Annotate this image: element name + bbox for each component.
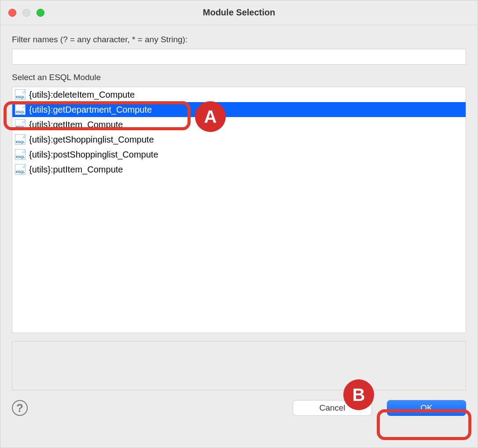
cancel-button[interactable]: Cancel: [293, 400, 372, 416]
module-list-item[interactable]: {utils}:getItem_Compute: [12, 117, 466, 132]
traffic-lights: [8, 9, 44, 17]
filter-input[interactable]: [12, 49, 466, 65]
module-item-label: {utils}:getShoppinglist_Compute: [29, 135, 154, 145]
module-list-item[interactable]: {utils}:postShoppinglist_Compute: [12, 147, 466, 162]
module-list-item[interactable]: {utils}:putItem_Compute: [12, 162, 466, 177]
module-item-label: {utils}:postShoppinglist_Compute: [29, 150, 158, 160]
minimize-window-button: [22, 9, 30, 17]
ok-button[interactable]: OK: [387, 400, 466, 416]
module-item-label: {utils}:putItem_Compute: [29, 165, 123, 175]
module-item-label: {utils}:deleteItem_Compute: [29, 90, 135, 100]
esql-file-icon: [15, 119, 26, 130]
esql-file-icon: [15, 164, 26, 175]
module-list-item[interactable]: {utils}:getShoppinglist_Compute: [12, 132, 466, 147]
button-row: Cancel OK: [293, 400, 466, 416]
bottom-bar: ? Cancel OK: [12, 400, 466, 416]
module-item-label: {utils}:getDepartment_Compute: [29, 105, 152, 115]
dialog-content: Filter names (? = any character, * = any…: [0, 25, 478, 448]
module-list-item[interactable]: {utils}:getDepartment_Compute: [12, 102, 466, 117]
esql-file-icon: [15, 89, 26, 100]
esql-file-icon: [15, 149, 26, 160]
list-label: Select an ESQL Module: [12, 73, 466, 82]
filter-label: Filter names (? = any character, * = any…: [12, 35, 466, 44]
esql-file-icon: [15, 134, 26, 145]
status-panel: [12, 341, 466, 390]
esql-file-icon: [15, 104, 26, 115]
window-title: Module Selection: [203, 7, 275, 18]
module-list-item[interactable]: {utils}:deleteItem_Compute: [12, 87, 466, 102]
help-icon[interactable]: ?: [12, 400, 28, 416]
dialog-window: Module Selection Filter names (? = any c…: [0, 0, 478, 448]
cancel-button-label: Cancel: [319, 403, 345, 413]
close-window-button[interactable]: [8, 9, 16, 17]
maximize-window-button[interactable]: [37, 9, 44, 17]
help-glyph: ?: [16, 401, 23, 415]
ok-button-label: OK: [420, 403, 432, 413]
module-item-label: {utils}:getItem_Compute: [29, 120, 123, 130]
module-listbox[interactable]: {utils}:deleteItem_Compute{utils}:getDep…: [12, 87, 466, 333]
titlebar: Module Selection: [0, 0, 478, 25]
